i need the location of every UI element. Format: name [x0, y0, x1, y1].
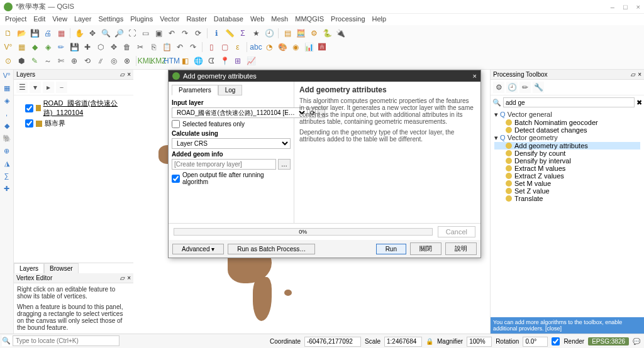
add-ring-icon[interactable]: ◎: [108, 55, 119, 67]
tree-group[interactable]: ▾ Q Vector general: [494, 111, 640, 119]
delete-selected-icon[interactable]: 🗑: [121, 41, 133, 53]
tab-browser[interactable]: Browser: [44, 263, 79, 273]
edit-in-place-icon[interactable]: ✏: [519, 82, 531, 93]
minimize-button[interactable]: –: [611, 3, 614, 11]
snap-icon[interactable]: ⊙: [3, 55, 14, 67]
select-features-icon[interactable]: ▯: [206, 41, 217, 53]
tree-algo[interactable]: Batch Nominatim geocoder: [494, 119, 640, 126]
crs-button[interactable]: EPSG:3826: [588, 337, 629, 345]
zoom-selection-icon[interactable]: ▭: [140, 28, 151, 39]
pan-icon[interactable]: ✋: [74, 28, 85, 39]
layer-label[interactable]: 縣市界: [45, 119, 65, 128]
undock-icon[interactable]: ▱: [631, 71, 636, 78]
pan-selection-icon[interactable]: ✥: [87, 28, 98, 39]
close-button[interactable]: ×: [636, 3, 640, 11]
bookmark-icon[interactable]: ★: [250, 28, 262, 39]
maximize-button[interactable]: □: [623, 3, 628, 11]
model-icon[interactable]: ⚙: [493, 82, 504, 93]
input-layer-select[interactable]: ROAD_國省道(含快速公路)_1120104 [E…: [172, 107, 308, 118]
toggle-editing-icon[interactable]: ✏: [55, 41, 67, 53]
rotation-input[interactable]: [523, 337, 548, 347]
tree-algo[interactable]: Set M value: [494, 180, 640, 187]
new-shapefile-icon[interactable]: ◆: [29, 41, 40, 53]
vertex-tool-icon[interactable]: ⬡: [95, 41, 106, 53]
undock-icon[interactable]: ▱: [120, 71, 125, 78]
advanced-button[interactable]: Advanced ▾: [172, 244, 224, 254]
diagram-icon[interactable]: ◔: [264, 41, 275, 53]
cut-icon[interactable]: ✂: [135, 41, 146, 53]
options-icon[interactable]: 🔧: [533, 82, 544, 93]
save-project-icon[interactable]: 💾: [29, 28, 40, 39]
toolbox-icon[interactable]: ⚙: [308, 28, 319, 39]
new-layer-icon[interactable]: ✚: [2, 185, 12, 195]
help-button[interactable]: 說明: [445, 242, 477, 255]
locator-input[interactable]: [13, 335, 119, 346]
plugin-icon[interactable]: 🔌: [335, 28, 346, 39]
output-browse-button[interactable]: …: [278, 159, 291, 170]
tab-layers[interactable]: Layers: [14, 263, 44, 273]
toolbox-tip[interactable]: You can add more algorithms to the toolb…: [491, 317, 644, 334]
menu-web[interactable]: Web: [250, 15, 264, 24]
spatialite-icon[interactable]: ◆: [2, 122, 12, 132]
menu-view[interactable]: View: [52, 15, 67, 24]
run-button[interactable]: Run: [376, 244, 406, 254]
zoom-in-icon[interactable]: 🔍: [100, 28, 111, 39]
tree-algo[interactable]: Densify by interval: [494, 157, 640, 165]
style-icon[interactable]: 🎨: [277, 41, 288, 53]
locator-bar[interactable]: 🔍: [2, 335, 119, 346]
split-icon[interactable]: ✄: [55, 55, 67, 67]
wms-layer-icon[interactable]: ⊕: [2, 147, 12, 157]
kmz-icon[interactable]: KMZ: [153, 55, 164, 67]
attribute-table-icon[interactable]: ▤: [282, 28, 293, 39]
undock-icon[interactable]: ▱: [120, 275, 125, 281]
undo-icon[interactable]: ↶: [174, 41, 186, 53]
tree-algo[interactable]: Extract Z values: [494, 172, 640, 180]
layer-visible-checkbox[interactable]: [25, 119, 33, 128]
simplify-icon[interactable]: ⫽: [95, 55, 106, 67]
panel-close-icon[interactable]: ×: [127, 71, 131, 78]
deselect-icon[interactable]: ▢: [219, 41, 230, 53]
clear-search-icon[interactable]: ✖: [636, 99, 642, 107]
tree-algo[interactable]: Extract M values: [494, 165, 640, 172]
layer-visible-checkbox[interactable]: [25, 104, 33, 112]
delete-ring-icon[interactable]: ⊗: [121, 55, 133, 67]
refresh-icon[interactable]: ⟳: [192, 28, 204, 39]
label-icon[interactable]: abc: [250, 41, 262, 53]
render-checkbox[interactable]: [552, 337, 560, 345]
pacman-icon[interactable]: ᗧ: [206, 55, 217, 67]
zoom-next-icon[interactable]: ↷: [179, 28, 191, 39]
save-edits-icon[interactable]: 💾: [69, 41, 80, 53]
tree-algo[interactable]: Densify by count: [494, 150, 640, 157]
open-project-icon[interactable]: 📂: [16, 28, 27, 39]
messages-icon[interactable]: 💬: [633, 338, 640, 345]
layer-item[interactable]: 縣市界: [16, 118, 131, 129]
print-layout-icon[interactable]: 🖨: [42, 28, 53, 39]
tree-group[interactable]: ▾ Q Vector geometry: [494, 134, 640, 142]
collapse-all-icon[interactable]: ▸: [43, 82, 54, 93]
menu-help[interactable]: Help: [372, 15, 387, 24]
menu-database[interactable]: Database: [214, 15, 243, 24]
topo-edit-icon[interactable]: ⬢: [16, 55, 27, 67]
zoom-layer-icon[interactable]: ▣: [153, 28, 164, 39]
left-panel-tabs[interactable]: Layers Browser: [14, 263, 133, 273]
redo-icon[interactable]: ↷: [187, 41, 199, 53]
temporal-icon[interactable]: 🕘: [264, 28, 275, 39]
tree-algo[interactable]: Detect dataset changes: [494, 126, 640, 134]
lock-icon[interactable]: 🔒: [426, 338, 433, 345]
graph-icon[interactable]: 📈: [245, 55, 257, 67]
symbology-icon[interactable]: ◉: [290, 41, 301, 53]
menu-processing[interactable]: Processing: [331, 15, 365, 24]
new-project-icon[interactable]: 🗋: [3, 28, 14, 39]
toolbox-tree[interactable]: ▾ Q Vector general Batch Nominatim geoco…: [491, 109, 644, 204]
menu-project[interactable]: Project: [5, 15, 26, 24]
layers-tree[interactable]: ROAD_國省道(含快速公路)_1120104 縣市界: [14, 95, 133, 131]
menu-vector[interactable]: Vector: [160, 15, 179, 24]
menu-layer[interactable]: Layer: [74, 15, 92, 24]
menu-mmqgis[interactable]: MMQGIS: [295, 15, 324, 24]
scale-input[interactable]: [384, 337, 422, 347]
wms-icon[interactable]: 🌐: [192, 55, 204, 67]
tab-parameters[interactable]: Parameters: [172, 85, 218, 95]
field-calc-icon[interactable]: 🧮: [295, 28, 306, 39]
copy-icon[interactable]: ⎘: [148, 41, 159, 53]
zoom-full-icon[interactable]: ⛶: [126, 28, 138, 39]
